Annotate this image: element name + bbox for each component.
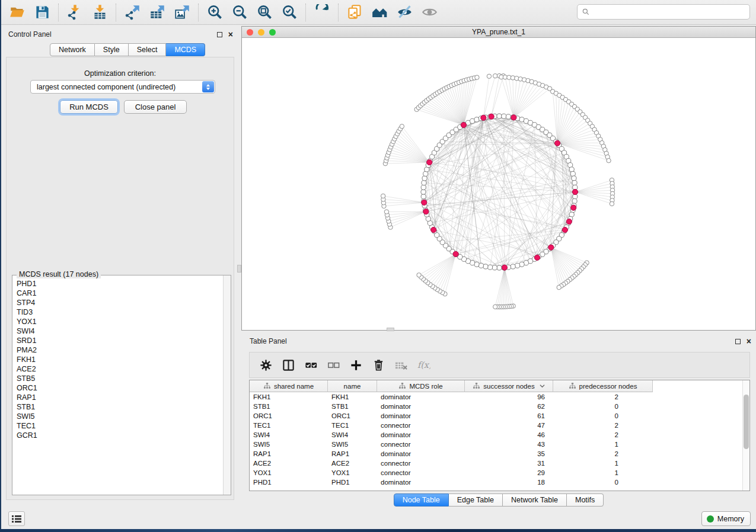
mcds-result-item[interactable]: FKH1 xyxy=(17,355,223,364)
mcds-hub-node[interactable] xyxy=(461,122,466,127)
network-node[interactable] xyxy=(475,75,479,79)
horizontal-divider-grip[interactable] xyxy=(387,328,394,331)
mcds-hub-node[interactable] xyxy=(423,209,429,214)
network-node[interactable] xyxy=(502,114,506,118)
zoom-fit-button[interactable] xyxy=(252,2,277,23)
mcds-hub-node[interactable] xyxy=(422,200,427,205)
network-node[interactable] xyxy=(417,273,421,277)
tab-network[interactable]: Network xyxy=(50,43,95,56)
refresh-button[interactable] xyxy=(310,2,334,23)
network-node[interactable] xyxy=(572,180,577,185)
tab-motifs[interactable]: Motifs xyxy=(567,493,604,507)
table-row[interactable]: YOX1YOX1connector291 xyxy=(250,468,749,477)
column-header-MCDS-role[interactable]: MCDS role xyxy=(377,380,465,392)
network-node[interactable] xyxy=(569,167,574,172)
mcds-hub-node[interactable] xyxy=(534,255,540,260)
mcds-hub-node[interactable] xyxy=(572,189,578,194)
function-builder-button[interactable]: f(x) xyxy=(412,354,435,376)
network-node[interactable] xyxy=(487,265,492,270)
mcds-result-item[interactable]: TEC1 xyxy=(17,421,223,431)
mcds-result-item[interactable]: STB1 xyxy=(17,402,223,412)
panel-divider-grip[interactable] xyxy=(237,265,241,273)
zoom-selected-button[interactable] xyxy=(277,2,302,23)
node-table[interactable]: shared namenameMCDS rolesuccessor nodesp… xyxy=(249,380,750,491)
tab-select[interactable]: Select xyxy=(129,43,167,56)
add-column-button[interactable] xyxy=(344,354,367,376)
network-node[interactable] xyxy=(572,198,577,203)
table-row[interactable]: SWI4SWI4dominator462 xyxy=(250,430,749,440)
mcds-result-item[interactable]: ACE2 xyxy=(17,364,223,374)
tab-network-table[interactable]: Network Table xyxy=(503,493,567,507)
select-columns-unchecked-button[interactable] xyxy=(322,354,344,376)
mcds-hub-node[interactable] xyxy=(554,140,560,146)
network-node[interactable] xyxy=(421,185,426,190)
float-panel-icon[interactable] xyxy=(217,32,222,37)
mcds-hub-node[interactable] xyxy=(453,251,458,257)
table-row[interactable]: PHD1PHD1dominator180 xyxy=(250,477,749,487)
table-row[interactable]: RAP1RAP1dominator352 xyxy=(250,449,749,459)
network-node[interactable] xyxy=(610,201,614,206)
network-node[interactable] xyxy=(607,158,611,162)
import-table-button[interactable] xyxy=(87,2,112,23)
network-node[interactable] xyxy=(497,114,502,118)
delete-column-button[interactable] xyxy=(367,354,390,376)
network-node[interactable] xyxy=(511,264,515,269)
network-node[interactable] xyxy=(570,171,575,176)
network-window-titlebar[interactable]: YPA_prune.txt_1 xyxy=(242,27,755,38)
network-node[interactable] xyxy=(487,74,491,78)
gear-button[interactable] xyxy=(254,354,277,376)
table-row[interactable]: SWI5SWI5connector431 xyxy=(250,440,749,449)
mcds-result-item[interactable]: PMA2 xyxy=(17,345,223,355)
mcds-hub-node[interactable] xyxy=(562,227,567,232)
network-node[interactable] xyxy=(422,180,426,185)
mcds-result-item[interactable]: YOX1 xyxy=(17,317,223,326)
mcds-result-item[interactable]: STP4 xyxy=(17,298,223,307)
mcds-result-item[interactable]: RAP1 xyxy=(17,393,223,402)
table-row[interactable]: ORC1ORC1dominator610 xyxy=(250,411,749,421)
mcds-hub-node[interactable] xyxy=(481,115,486,120)
export-table-button[interactable] xyxy=(145,2,170,23)
table-scrollbar[interactable] xyxy=(742,380,749,491)
network-node[interactable] xyxy=(557,285,561,289)
mcds-hub-node[interactable] xyxy=(431,227,436,232)
table-row[interactable]: FKH1FKH1dominator962 xyxy=(250,392,749,402)
network-node[interactable] xyxy=(479,263,483,268)
mcds-hub-node[interactable] xyxy=(571,205,576,210)
tab-mcds[interactable]: MCDS xyxy=(166,43,205,56)
memory-button[interactable]: Memory xyxy=(701,511,751,526)
select-columns-checked-button[interactable] xyxy=(299,354,322,376)
hide-selected-button[interactable] xyxy=(392,2,417,23)
zoom-out-button[interactable] xyxy=(227,2,252,23)
column-header-shared-name[interactable]: shared name xyxy=(250,380,328,392)
column-header-predecessor-nodes[interactable]: predecessor nodes xyxy=(553,380,653,392)
network-node[interactable] xyxy=(506,114,511,119)
network-node[interactable] xyxy=(515,263,520,268)
network-node[interactable] xyxy=(400,124,404,129)
show-all-button[interactable] xyxy=(417,2,442,23)
save-session-button[interactable] xyxy=(30,2,55,23)
mcds-result-item[interactable]: TID3 xyxy=(17,307,223,317)
network-node[interactable] xyxy=(572,176,576,181)
network-node[interactable] xyxy=(422,176,427,181)
network-node[interactable] xyxy=(493,73,497,78)
network-node[interactable] xyxy=(497,265,502,270)
zoom-in-button[interactable] xyxy=(202,2,227,23)
table-row[interactable]: STB1STB1dominator620 xyxy=(250,402,749,411)
search-box[interactable] xyxy=(577,4,750,20)
mcds-hub-node[interactable] xyxy=(511,115,516,120)
mcds-list-scrollbar[interactable] xyxy=(223,275,231,495)
split-columns-button[interactable] xyxy=(277,354,299,376)
close-panel-icon[interactable]: × xyxy=(228,32,233,37)
mcds-hub-node[interactable] xyxy=(489,114,494,119)
network-node[interactable] xyxy=(492,265,497,270)
mcds-result-item[interactable]: CAR1 xyxy=(17,289,223,298)
run-mcds-button[interactable]: Run MCDS xyxy=(60,100,118,114)
network-node[interactable] xyxy=(384,210,388,214)
mcds-hub-node[interactable] xyxy=(566,219,572,224)
mcds-result-listbox[interactable]: PHD1CAR1STP4TID3YOX1SWI4SRD1PMA2FKH1ACE2… xyxy=(12,275,231,495)
close-table-panel-icon[interactable]: × xyxy=(747,339,751,344)
criterion-dropdown[interactable]: largest connected component (undirected) xyxy=(30,80,215,94)
network-node[interactable] xyxy=(381,194,385,198)
network-node[interactable] xyxy=(519,262,524,267)
mcds-result-item[interactable]: STB5 xyxy=(17,374,223,383)
